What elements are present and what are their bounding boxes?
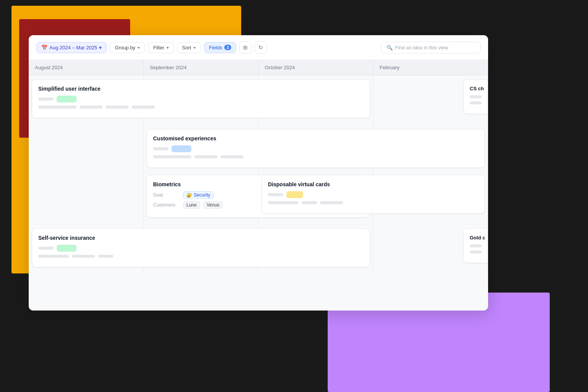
skeleton: [106, 106, 129, 109]
card-disposable: Disposable virtual cards: [261, 175, 485, 214]
skeleton: [268, 193, 283, 196]
fields-label: Fields: [209, 45, 222, 50]
goal-label: Goal: [153, 192, 180, 198]
chevron-down-icon: ▾: [99, 45, 102, 50]
card-self-service-row2: [38, 255, 364, 258]
skeleton: [320, 201, 343, 204]
skeleton: [38, 255, 69, 258]
card-gold: Gold c: [463, 228, 488, 263]
card-customised-row1: [153, 145, 479, 152]
card-self-service-row1: [38, 245, 364, 252]
filter-button[interactable]: Filter +: [148, 42, 174, 53]
card-simplified-row2: [38, 106, 364, 109]
refresh-icon: ↻: [258, 44, 263, 50]
card-customised: Customised experiences: [147, 129, 485, 168]
goal-tag: 🔐 Security: [183, 191, 214, 199]
skeleton: [153, 147, 168, 150]
skeleton-yellow-tag: [286, 191, 303, 198]
skeleton: [470, 101, 482, 104]
customers-label: Customers: [153, 202, 180, 208]
card-simplified-title: Simplified user interface: [38, 86, 364, 92]
search-placeholder: Find an idea in this view: [395, 45, 448, 50]
card-disposable-row1: [268, 191, 479, 198]
skeleton: [470, 244, 482, 247]
search-box[interactable]: 🔍 Find an idea in this view: [381, 42, 480, 54]
date-range-label: Aug 2024 – Mar 2025: [49, 45, 97, 50]
skeleton: [470, 95, 482, 98]
goal-value: Security: [194, 192, 210, 198]
row3-col1: [29, 171, 144, 224]
toolbar: 📅 Aug 2024 – Mar 2025 ▾ Group by + Filte…: [29, 35, 488, 60]
sort-label: Sort: [182, 45, 191, 50]
skeleton: [268, 201, 299, 204]
display-options-button[interactable]: ⊞: [239, 41, 252, 54]
card-cs-ch-title: CS ch: [470, 86, 482, 91]
timeline-row-4: Self-service insurance Gold c: [29, 224, 488, 274]
card-customised-row2: [153, 155, 479, 158]
skeleton: [132, 106, 155, 109]
customer-venus: Venus: [203, 201, 223, 209]
refresh-button[interactable]: ↻: [255, 41, 267, 54]
col-header-oct: October 2024: [259, 60, 374, 75]
timeline-row-1: Simplified user interface CS ch: [29, 75, 488, 125]
card-self-service: Self-service insurance: [32, 228, 370, 267]
date-range-button[interactable]: 📅 Aug 2024 – Mar 2025 ▾: [36, 42, 107, 53]
display-icon: ⊞: [243, 44, 248, 50]
timeline-row-2: Customised experiences: [29, 125, 488, 171]
skeleton: [38, 106, 77, 109]
col-header-aug: August 2024: [29, 60, 144, 75]
skeleton: [220, 155, 243, 158]
group-by-button[interactable]: Group by +: [110, 42, 145, 53]
search-icon: 🔍: [387, 45, 393, 50]
plus-icon-filter: +: [166, 45, 169, 50]
main-panel: 📅 Aug 2024 – Mar 2025 ▾ Group by + Filte…: [29, 35, 488, 311]
card-simplified: Simplified user interface: [32, 79, 370, 118]
skeleton: [72, 255, 95, 258]
skeleton: [38, 98, 54, 101]
plus-icon-sort: +: [193, 45, 196, 50]
card-self-service-title: Self-service insurance: [38, 235, 364, 241]
timeline-header: August 2024 September 2024 October 2024 …: [29, 60, 488, 75]
card-gold-title: Gold c: [470, 235, 482, 241]
group-by-label: Group by: [115, 45, 135, 50]
col-header-sep: September 2024: [144, 60, 258, 75]
col-header-feb: February: [374, 60, 488, 75]
card-cs-ch: CS ch: [463, 79, 488, 114]
skeleton: [38, 247, 54, 250]
skeleton: [194, 155, 217, 158]
skeleton: [302, 201, 317, 204]
skeleton-status: [57, 96, 77, 102]
card-customised-title: Customised experiences: [153, 135, 479, 142]
filter-label: Filter: [153, 45, 164, 50]
skeleton-green-tag: [57, 245, 77, 252]
row2-col1: [29, 125, 144, 171]
skeleton: [98, 255, 113, 258]
goal-emoji: 🔐: [186, 192, 192, 198]
sort-button[interactable]: Sort +: [177, 42, 201, 53]
skeleton: [80, 106, 103, 109]
plus-icon: +: [137, 45, 140, 50]
fields-badge: 3: [224, 45, 231, 50]
customer-lune: Lune: [183, 201, 200, 209]
card-simplified-row1: [38, 96, 364, 102]
card-disposable-row2: [268, 201, 479, 204]
fields-button[interactable]: Fields 3: [204, 42, 236, 53]
skeleton-blue-tag: [172, 145, 191, 152]
skeleton: [470, 250, 482, 254]
card-disposable-title: Disposable virtual cards: [268, 181, 479, 187]
skeleton: [153, 155, 191, 158]
timeline-row-3: Biometrics Goal 🔐 Security Customers Lun…: [29, 171, 488, 224]
timeline-body: Simplified user interface CS ch: [29, 75, 488, 311]
calendar-icon: 📅: [41, 45, 47, 50]
